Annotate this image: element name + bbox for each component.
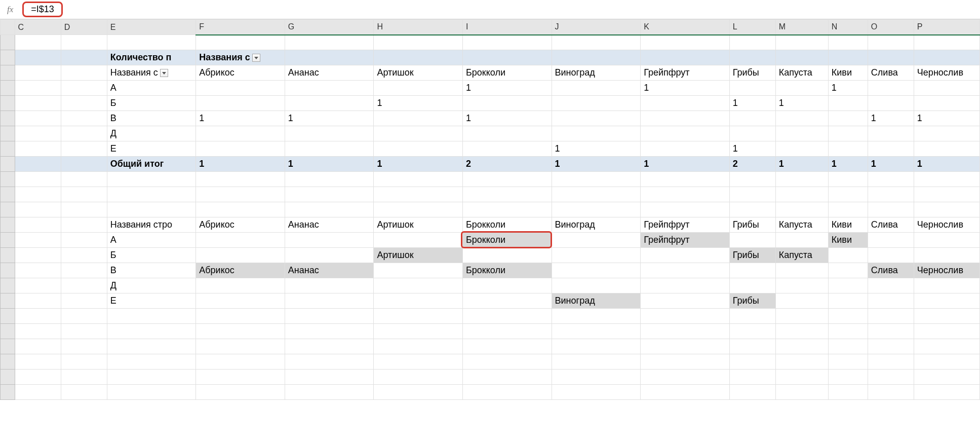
cell-D-17[interactable] <box>61 293 107 309</box>
cell-C-10[interactable] <box>15 187 61 202</box>
cell-G-1[interactable] <box>285 50 374 65</box>
cell-C-5[interactable] <box>15 111 61 126</box>
cell-D-21[interactable] <box>61 354 107 370</box>
column-header-G[interactable]: G <box>285 20 374 35</box>
cell-J-11[interactable] <box>552 202 641 217</box>
cell-E-15[interactable]: В <box>107 263 196 278</box>
cell-O-16[interactable] <box>868 278 914 293</box>
cell-J-13[interactable] <box>552 233 641 248</box>
cell-J-7[interactable]: 1 <box>552 141 641 157</box>
row-header[interactable] <box>1 111 15 126</box>
cell-K-9[interactable] <box>641 172 730 187</box>
cell-K-18[interactable] <box>641 309 730 324</box>
cell-D-9[interactable] <box>61 172 107 187</box>
row-header[interactable] <box>1 293 15 309</box>
cell-E-0[interactable] <box>107 35 196 50</box>
row-header[interactable] <box>1 233 15 248</box>
cell-M-22[interactable] <box>775 370 828 385</box>
cell-L-0[interactable] <box>729 35 775 50</box>
row-header[interactable] <box>1 141 15 157</box>
cell-O-2[interactable]: Слива <box>868 65 914 81</box>
cell-K-12[interactable]: Грейпфрут <box>641 217 730 233</box>
cell-N-8[interactable]: 1 <box>828 157 868 172</box>
cell-G-19[interactable] <box>285 324 374 339</box>
cell-D-18[interactable] <box>61 309 107 324</box>
cell-I-9[interactable] <box>462 172 552 187</box>
cell-P-12[interactable]: Чернослив <box>914 217 979 233</box>
cell-N-10[interactable] <box>828 187 868 202</box>
cell-P-15[interactable]: Чернослив <box>914 263 979 278</box>
cell-K-19[interactable] <box>641 324 730 339</box>
cell-E-5[interactable]: В <box>107 111 196 126</box>
cell-H-0[interactable] <box>374 35 463 50</box>
cell-F-23[interactable] <box>196 385 285 400</box>
cell-I-20[interactable] <box>462 339 552 354</box>
cell-H-9[interactable] <box>374 172 463 187</box>
cell-G-16[interactable] <box>285 278 374 293</box>
column-header-K[interactable]: K <box>641 20 730 35</box>
cell-D-22[interactable] <box>61 370 107 385</box>
cell-E-8[interactable]: Общий итог <box>107 157 196 172</box>
cell-H-1[interactable] <box>374 50 463 65</box>
cell-P-6[interactable] <box>914 126 979 141</box>
row-header[interactable] <box>1 157 15 172</box>
cell-F-3[interactable] <box>196 81 285 96</box>
cell-P-22[interactable] <box>914 370 979 385</box>
cell-M-18[interactable] <box>775 309 828 324</box>
cell-F-21[interactable] <box>196 354 285 370</box>
cell-M-23[interactable] <box>775 385 828 400</box>
formula-input[interactable]: =I$13 <box>22 2 63 17</box>
cell-N-20[interactable] <box>828 339 868 354</box>
cell-H-20[interactable] <box>374 339 463 354</box>
cell-D-12[interactable] <box>61 217 107 233</box>
cell-C-20[interactable] <box>15 339 61 354</box>
cell-K-3[interactable]: 1 <box>641 81 730 96</box>
cell-N-15[interactable] <box>828 263 868 278</box>
cell-N-21[interactable] <box>828 354 868 370</box>
cell-D-2[interactable] <box>61 65 107 81</box>
cell-L-21[interactable] <box>729 354 775 370</box>
cell-G-11[interactable] <box>285 202 374 217</box>
cell-G-9[interactable] <box>285 172 374 187</box>
cell-D-16[interactable] <box>61 278 107 293</box>
cell-L-9[interactable] <box>729 172 775 187</box>
cell-K-15[interactable] <box>641 263 730 278</box>
cell-K-14[interactable] <box>641 248 730 263</box>
cell-K-6[interactable] <box>641 126 730 141</box>
cell-G-12[interactable]: Ананас <box>285 217 374 233</box>
cell-G-0[interactable] <box>285 35 374 50</box>
cell-I-5[interactable]: 1 <box>462 111 552 126</box>
row-header[interactable] <box>1 187 15 202</box>
cell-D-4[interactable] <box>61 96 107 111</box>
cell-K-17[interactable] <box>641 293 730 309</box>
cell-C-11[interactable] <box>15 202 61 217</box>
cell-L-10[interactable] <box>729 187 775 202</box>
cell-C-1[interactable] <box>15 50 61 65</box>
cell-L-8[interactable]: 2 <box>729 157 775 172</box>
cell-K-7[interactable] <box>641 141 730 157</box>
cell-K-13[interactable]: Грейпфрут <box>641 233 730 248</box>
column-header-E[interactable]: E <box>107 20 196 35</box>
spreadsheet-grid[interactable]: CDEFGHIJKLMNOP Количество пНазвания сНаз… <box>0 19 980 442</box>
cell-N-5[interactable] <box>828 111 868 126</box>
cell-M-0[interactable] <box>775 35 828 50</box>
cell-P-0[interactable] <box>914 35 979 50</box>
cell-P-16[interactable] <box>914 278 979 293</box>
cell-J-9[interactable] <box>552 172 641 187</box>
cell-F-11[interactable] <box>196 202 285 217</box>
cell-L-3[interactable] <box>729 81 775 96</box>
cell-K-21[interactable] <box>641 354 730 370</box>
cell-P-11[interactable] <box>914 202 979 217</box>
cell-L-11[interactable] <box>729 202 775 217</box>
cell-P-17[interactable] <box>914 293 979 309</box>
cell-P-2[interactable]: Чернослив <box>914 65 979 81</box>
cell-H-23[interactable] <box>374 385 463 400</box>
cell-I-15[interactable]: Брокколи <box>462 263 552 278</box>
cell-J-18[interactable] <box>552 309 641 324</box>
cell-P-23[interactable] <box>914 385 979 400</box>
cell-P-3[interactable] <box>914 81 979 96</box>
cell-F-1[interactable]: Названия с <box>196 50 285 65</box>
cell-G-7[interactable] <box>285 141 374 157</box>
column-header-I[interactable]: I <box>462 20 552 35</box>
cell-E-9[interactable] <box>107 172 196 187</box>
